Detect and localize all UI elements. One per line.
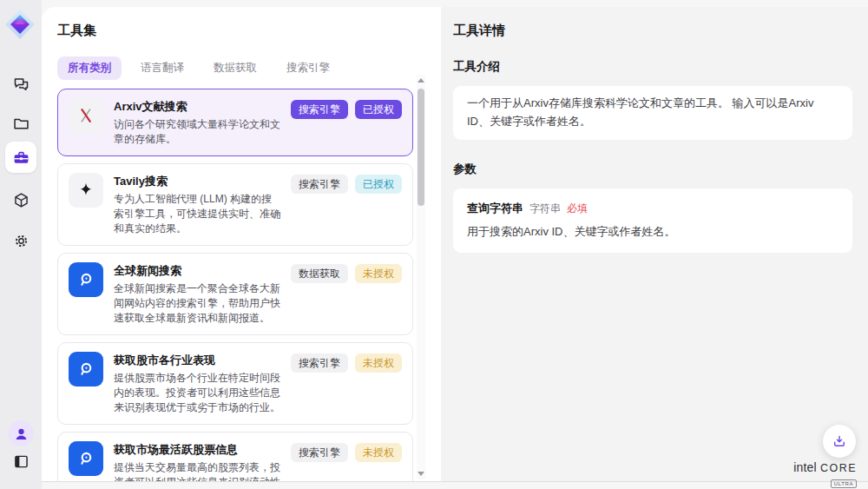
intro-heading: 工具介绍 — [453, 59, 852, 75]
tab-1[interactable]: 语言翻译 — [130, 56, 194, 80]
tool-badges: 搜索引擎未授权 — [291, 441, 402, 482]
category-badge: 搜索引擎 — [291, 354, 348, 373]
search-blue-icon — [69, 352, 103, 387]
scroll-down-arrow-icon[interactable] — [418, 472, 424, 476]
download-icon — [832, 433, 847, 449]
tool-description: 全球新闻搜索是一个聚合全球各大新闻网站内容的搜索引擎，帮助用户快速获取全球最新资… — [114, 281, 280, 326]
sidebar-item-files[interactable] — [5, 108, 36, 139]
user-avatar-icon — [12, 425, 30, 443]
tab-3[interactable]: 搜索引擎 — [276, 56, 340, 80]
intel-core-logo: intel CORE ultra — [793, 461, 857, 488]
search-blue-icon — [69, 262, 103, 297]
tool-title: Arxiv文献搜索 — [114, 99, 280, 115]
tab-0[interactable]: 所有类别 — [57, 56, 122, 80]
tool-badges: 搜索引擎未授权 — [291, 352, 402, 415]
tool-badges: 搜索引擎已授权 — [291, 173, 402, 236]
list-scrollbar[interactable] — [417, 75, 425, 479]
tool-title: Tavily搜索 — [114, 174, 280, 189]
tool-title: 获取股市各行业表现 — [114, 353, 280, 368]
category-tabs: 所有类别语言翻译数据获取搜索引擎 — [57, 56, 441, 80]
tool-card[interactable]: 获取市场最活跃股票信息 提供当天交易量最高的股票列表，投资者可以利用这些信息来识… — [57, 432, 413, 482]
brand-core-text: CORE — [820, 463, 857, 474]
tool-cards: Arxiv文献搜索 访问各个研究领域大量科学论文和文章的存储库。 搜索引擎已授权… — [57, 89, 413, 482]
chat-icon — [12, 76, 30, 94]
avatar — [8, 420, 34, 446]
user-profile-button[interactable] — [5, 418, 36, 449]
param-type: 字符串 — [529, 201, 561, 217]
toolbox-icon — [12, 149, 30, 167]
folder-icon — [12, 115, 30, 133]
scrollbar-thumb[interactable] — [418, 89, 424, 206]
auth-status-badge: 未授权 — [355, 264, 402, 283]
sidebar-item-tools[interactable] — [5, 142, 36, 173]
scroll-up-arrow-icon[interactable] — [418, 78, 424, 83]
tool-badges: 数据获取未授权 — [291, 262, 402, 326]
tool-badges: 搜索引擎已授权 — [291, 98, 402, 147]
cube-icon — [12, 191, 30, 209]
auth-status-badge: 未授权 — [355, 354, 402, 373]
category-badge: 搜索引擎 — [291, 175, 348, 194]
app-logo[interactable] — [4, 9, 36, 40]
param-box: 查询字符串 字符串 必填 用于搜索的Arxiv ID、关键字或作者姓名。 — [453, 188, 852, 254]
tool-card[interactable]: Arxiv文献搜索 访问各个研究领域大量科学论文和文章的存储库。 搜索引擎已授权 — [57, 89, 413, 156]
category-badge: 数据获取 — [291, 264, 348, 283]
gear-icon — [12, 232, 30, 250]
search-blue-icon — [69, 441, 103, 476]
brand-ultra-badge: ultra — [831, 479, 857, 488]
main-shell: 工具集 所有类别语言翻译数据获取搜索引擎 Arxiv文献搜索 访问各个研究领域大… — [42, 7, 868, 482]
params-heading: 参数 — [453, 162, 852, 177]
auth-status-badge: 已授权 — [355, 175, 402, 194]
param-name: 查询字符串 — [467, 200, 523, 218]
tool-description: 提供当天交易量最高的股票列表，投资者可以利用这些信息来识别流动性强的股票和潜在的… — [114, 460, 280, 482]
panel-toggle-icon — [12, 453, 30, 471]
page-title: 工具集 — [57, 23, 441, 39]
tab-2[interactable]: 数据获取 — [203, 56, 267, 80]
param-description: 用于搜索的Arxiv ID、关键字或作者姓名。 — [467, 223, 838, 241]
tool-description: 专为人工智能代理 (LLM) 构建的搜索引擎工具，可快速提供实时、准确和真实的结… — [114, 192, 280, 236]
arxiv-x-icon — [69, 98, 103, 133]
tool-description: 提供股票市场各个行业在特定时间段内的表现。投资者可以利用这些信息来识别表现优于或… — [114, 371, 280, 415]
download-button[interactable] — [823, 425, 856, 458]
sparkle-icon — [69, 173, 103, 208]
sidebar-item-models[interactable] — [5, 184, 36, 215]
tool-card[interactable]: 全球新闻搜索 全球新闻搜索是一个聚合全球各大新闻网站内容的搜索引擎，帮助用户快速… — [57, 253, 413, 335]
param-required-label: 必填 — [567, 201, 588, 217]
detail-title: 工具详情 — [453, 23, 852, 39]
tool-card[interactable]: Tavily搜索 专为人工智能代理 (LLM) 构建的搜索引擎工具，可快速提供实… — [57, 163, 413, 246]
intro-box: 一个用于从Arxiv存储库搜索科学论文和文章的工具。 输入可以是Arxiv ID… — [453, 86, 852, 140]
tool-card[interactable]: 获取股市各行业表现 提供股票市场各个行业在特定时间段内的表现。投资者可以利用这些… — [57, 342, 413, 425]
tool-title: 获取市场最活跃股票信息 — [114, 442, 280, 458]
category-badge: 搜索引擎 — [291, 443, 348, 462]
tool-detail-panel: 工具详情 工具介绍 一个用于从Arxiv存储库搜索科学论文和文章的工具。 输入可… — [441, 7, 868, 481]
sidebar-item-settings[interactable] — [5, 225, 36, 256]
tool-list-panel: 工具集 所有类别语言翻译数据获取搜索引擎 Arxiv文献搜索 访问各个研究领域大… — [42, 7, 441, 481]
tool-title: 全球新闻搜索 — [114, 263, 280, 279]
sidebar-item-chat[interactable] — [5, 69, 36, 100]
category-badge: 搜索引擎 — [291, 100, 348, 119]
left-rail — [0, 0, 42, 489]
collapse-sidebar-button[interactable] — [5, 446, 36, 477]
auth-status-badge: 已授权 — [355, 100, 402, 119]
tool-description: 访问各个研究领域大量科学论文和文章的存储库。 — [114, 117, 280, 147]
intro-text: 一个用于从Arxiv存储库搜索科学论文和文章的工具。 输入可以是Arxiv ID… — [467, 96, 813, 128]
brand-intel-text: intel — [793, 461, 817, 473]
auth-status-badge: 未授权 — [355, 443, 402, 462]
